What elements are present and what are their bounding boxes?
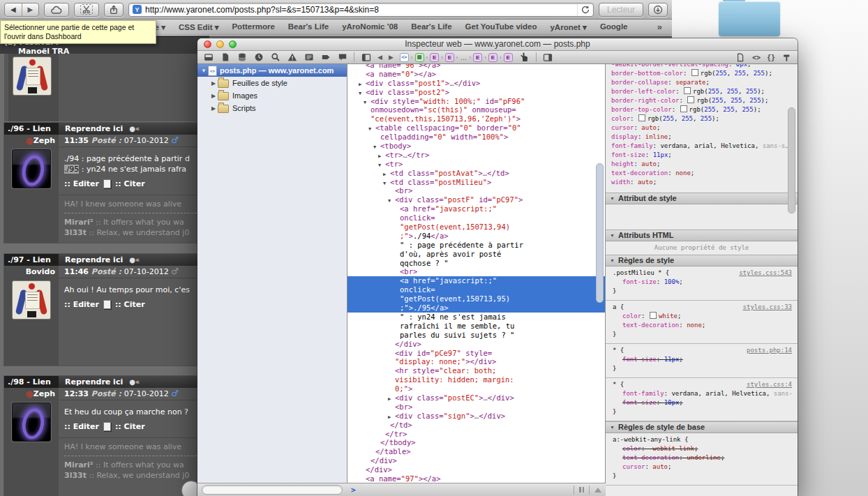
breadcrumb-element[interactable]: E [504, 53, 513, 62]
dom-node-line[interactable]: d'où, après avoir posté [347, 250, 606, 259]
post-author[interactable]: @Zeph [4, 135, 59, 146]
dom-node-line[interactable]: ;">./95</a> [347, 303, 606, 313]
issues-icon[interactable] [287, 52, 297, 62]
dom-node-line[interactable]: onclick= [347, 285, 606, 294]
css-property[interactable]: border-right-color: rgb(255, 255, 255); [611, 96, 798, 105]
page-icon[interactable] [103, 422, 111, 431]
bookmarks-overflow-chevron[interactable]: » [657, 22, 662, 32]
dom-node-line[interactable]: ▶<div class="sign">…</div> [347, 412, 606, 421]
css-property[interactable]: color: white; [613, 312, 792, 321]
dom-node-line[interactable]: <a href="javascript:;" [347, 204, 606, 213]
tree-folder-feuilles-de-style[interactable]: ▶Feuilles de style [197, 77, 347, 89]
breadcrumb-green[interactable]: ▤ [415, 53, 424, 62]
dom-node-line[interactable]: <hr style="clear: both; [347, 366, 606, 375]
css-property[interactable]: font-size: 11px; [611, 151, 798, 160]
css-property[interactable]: font-family: verdana, arial, Helvetica, … [613, 389, 792, 398]
rule-source-link[interactable]: posts.php:14 [747, 346, 792, 355]
bookmark-item[interactable]: Google [600, 22, 628, 32]
css-property[interactable]: width: auto; [611, 178, 798, 187]
breadcrumb-element[interactable]: E [488, 53, 497, 62]
downloads-button[interactable] [648, 3, 668, 17]
edit-post-link[interactable]: :: Editer [64, 300, 99, 309]
dom-node-line[interactable]: ▶<td class="postAvat">…</td> [347, 169, 606, 178]
resources-icon[interactable] [220, 52, 230, 62]
rule-source-link[interactable]: styles.css:33 [743, 303, 792, 312]
dom-node-line[interactable]: " : yn24 ne s'est jamais [347, 313, 606, 322]
dom-node-line[interactable]: ;">./94</a> [347, 232, 606, 241]
minimize-window-button[interactable] [216, 40, 224, 48]
breadcrumb-element[interactable]: E [430, 53, 439, 62]
dom-back-button[interactable]: ◀ [377, 54, 382, 61]
dom-node-line[interactable]: </div> [347, 465, 606, 474]
breadcrumb-element[interactable]: E [445, 53, 454, 62]
bookmark-item[interactable]: Get YouTube video [465, 22, 537, 32]
dom-node-line[interactable]: ▼<td class="postMilieu"> [347, 178, 606, 187]
bookmark-item[interactable]: yAronet ▾ [550, 22, 586, 32]
dom-node-line[interactable]: "getPost(event,150713,94) [347, 223, 606, 232]
css-property[interactable]: font-size: 10px; [613, 398, 792, 407]
share-button[interactable] [104, 3, 124, 17]
css-property[interactable]: font-family: verdana, arial, Helvetica, … [611, 142, 798, 151]
breadcrumb-dots[interactable]: … [461, 54, 467, 61]
dom-node-line[interactable]: <div id="pCe97" style= [347, 349, 606, 358]
css-property[interactable]: border-bottom-color: rgb(255, 255, 255); [611, 69, 798, 78]
dom-node-line[interactable]: ▶<div class="post1">…</div> [347, 79, 606, 88]
dom-node-line[interactable]: visibility: hidden; margin: [347, 375, 606, 384]
dom-node-line[interactable]: </td> [347, 421, 606, 430]
css-property[interactable]: border-left-color: rgb(255, 255, 255); [611, 87, 798, 96]
post-number-link[interactable]: ./96 - Lien [4, 123, 59, 135]
dom-node-line[interactable]: " : page précédente à partir [347, 241, 606, 250]
tree-folder-scripts[interactable]: ▶Scripts [197, 102, 347, 114]
dom-node-line[interactable]: cellpadding="0" width="100%"> [347, 133, 606, 142]
css-property[interactable]: border-top-color: rgb(255, 255, 255); [611, 105, 798, 114]
css-property[interactable]: cursor: auto; [611, 123, 798, 133]
tree-root-document[interactable]: ▼ <> posts.php — www.yaronet.com [197, 64, 347, 77]
quote-post-link[interactable]: :: Citer [115, 300, 145, 309]
quote-post-link[interactable]: :: Citer [115, 422, 145, 431]
console-prompt-chevron[interactable]: > [351, 486, 356, 495]
breadcrumb-element[interactable]: E [473, 53, 482, 62]
post-author[interactable]: @Zeph [4, 389, 59, 400]
avatar[interactable] [12, 149, 51, 188]
css-property[interactable]: -webkit-border-vertical-spacing: 0px; [611, 64, 798, 69]
webclip-button[interactable] [74, 3, 99, 17]
console-icon[interactable] [304, 52, 314, 62]
dom-node-line[interactable]: </div> [347, 456, 606, 465]
css-property[interactable]: color: -webkit-link; [613, 444, 792, 453]
bookmark-item[interactable]: Pottermore [232, 22, 274, 32]
dom-node-line[interactable]: </tbody> [347, 438, 606, 447]
avatar[interactable] [12, 403, 51, 442]
forward-button[interactable]: ▶ [22, 3, 39, 16]
bookmark-item[interactable]: CSS Edit ▾ [179, 22, 219, 32]
section-base-style-rules[interactable]: Règles de style de base [606, 421, 798, 433]
section-style-rules[interactable]: Règles de style [606, 255, 798, 266]
dom-node-line[interactable]: "ce(event,this,150713,96,'Zeph')"> [347, 114, 606, 123]
timeline-icon[interactable] [253, 52, 264, 62]
desktop-folder-icon[interactable] [719, 0, 780, 39]
dom-node-line[interactable]: <a name="0"></a> [347, 70, 606, 79]
css-property[interactable]: text-decoration: none; [611, 169, 798, 178]
dom-node-line[interactable]: ▼<div style="width: 100%;" id="pF96" [347, 97, 606, 106]
feedback-bubble-icon[interactable] [337, 52, 347, 62]
dom-node-line[interactable]: <a name="97"></a> [347, 474, 606, 483]
post-author[interactable]: Bovido [4, 266, 59, 278]
quote-post-link[interactable]: :: Citer [115, 179, 145, 188]
dom-node-line[interactable]: parles du suivi sujets ? " [347, 331, 606, 340]
toggle-left-sidebar-icon[interactable] [361, 52, 371, 62]
dom-node-line[interactable]: onmousedown="sc(this)" onmouseup= [347, 105, 606, 114]
dom-node-line[interactable]: </table> [347, 447, 606, 456]
reader-button[interactable]: Lecteur [599, 3, 643, 17]
rule-source-link[interactable]: styles.css:4 [747, 380, 792, 389]
post-number-link[interactable]: ./97 - Lien [4, 254, 59, 266]
toggle-right-sidebar-icon[interactable] [543, 52, 553, 62]
css-property[interactable]: cursor: auto; [613, 463, 792, 472]
dom-panel-icon[interactable]: <> [752, 54, 761, 61]
dom-node-line[interactable]: ▼<tr> [347, 160, 606, 169]
dom-node-line[interactable]: <a name="96"></a> [347, 64, 606, 70]
dom-node-line[interactable]: ▼<tbody> [347, 142, 606, 151]
dom-node-line[interactable]: "getPost(event,150713,95) [347, 294, 606, 303]
disclosure-triangle-icon[interactable]: ▼ [200, 68, 207, 74]
dom-node-line[interactable]: <br> [347, 403, 606, 412]
dom-node-line[interactable]: ▶<tr>…</tr> [347, 151, 606, 160]
edit-post-link[interactable]: :: Editer [64, 422, 99, 431]
